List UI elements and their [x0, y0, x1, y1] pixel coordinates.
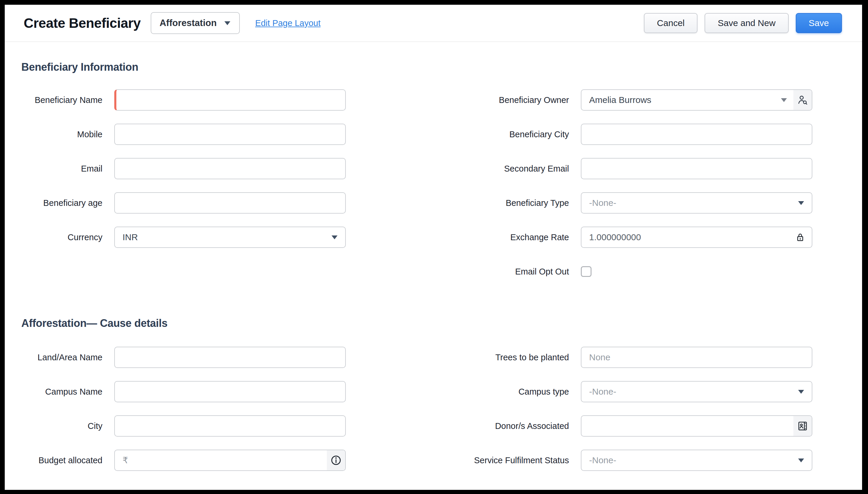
campus-type-select[interactable]: -None-: [581, 381, 812, 402]
field-label: Campus type: [441, 387, 569, 397]
field-row: Beneficiary City: [441, 124, 812, 145]
chevron-down-icon: [224, 21, 230, 25]
beneficiary-age-input[interactable]: [114, 192, 346, 213]
beneficiary-owner-value: Amelia Burrows: [589, 95, 651, 105]
chevron-down-icon: [798, 201, 804, 205]
exchange-rate-input: 1.000000000: [581, 227, 812, 248]
field-label: Exchange Rate: [441, 232, 569, 242]
currency-select[interactable]: INR: [114, 227, 346, 248]
mobile-input[interactable]: [114, 124, 346, 145]
edit-page-layout-link[interactable]: Edit Page Layout: [255, 18, 320, 28]
field-row: Land/Area Name: [21, 347, 346, 368]
beneficiary-type-value: -None-: [589, 198, 616, 208]
owner-lookup-button[interactable]: [793, 90, 812, 110]
field-row: City: [21, 415, 346, 437]
app-window: Create Beneficiary Afforestation Edit Pa…: [0, 0, 868, 494]
chevron-down-icon: [798, 458, 804, 462]
beneficiary-information-section: Beneficiary Name Mobile Email Beneficiar…: [5, 89, 862, 282]
field-label: Service Fulfilment Status: [441, 456, 569, 465]
field-row: Campus type -None-: [441, 381, 812, 402]
field-label: Email: [21, 164, 103, 174]
field-row: Currency INR: [21, 227, 346, 248]
field-row: Email: [21, 158, 346, 179]
field-row: Trees to be planted None: [441, 347, 812, 368]
page-title: Create Beneficiary: [24, 15, 141, 31]
field-label: Beneficiary Name: [21, 95, 103, 105]
field-row: Donor/s Associated: [441, 415, 812, 437]
donors-associated-input[interactable]: [581, 415, 812, 437]
field-label: Donor/s Associated: [441, 421, 569, 431]
user-search-icon: [796, 94, 809, 106]
field-label: Beneficiary Owner: [441, 95, 569, 105]
field-label: City: [21, 421, 103, 431]
city-input[interactable]: [114, 415, 346, 437]
beneficiary-city-input[interactable]: [581, 124, 812, 145]
chevron-down-icon: [798, 390, 804, 394]
exchange-rate-value: 1.000000000: [589, 232, 641, 242]
campus-type-value: -None-: [589, 387, 616, 397]
field-label: Beneficiary age: [21, 198, 103, 208]
field-label: Secondary Email: [441, 164, 569, 174]
cancel-button[interactable]: Cancel: [644, 13, 698, 33]
beneficiary-name-input[interactable]: [114, 89, 346, 111]
trees-to-be-planted-input[interactable]: None: [581, 347, 812, 368]
field-row: Budget allocated ₹: [21, 450, 346, 471]
chevron-down-icon: [781, 98, 787, 102]
field-label: Beneficiary City: [441, 130, 569, 139]
budget-allocated-input[interactable]: ₹: [114, 450, 346, 471]
field-label: Mobile: [21, 130, 103, 139]
field-row: Email Opt Out: [441, 261, 812, 282]
field-row: Mobile: [21, 124, 346, 145]
field-label: Trees to be planted: [441, 353, 569, 362]
field-row: Exchange Rate 1.000000000: [441, 227, 812, 248]
email-input[interactable]: [114, 158, 346, 179]
layout-selector[interactable]: Afforestation: [151, 12, 240, 34]
budget-info-button[interactable]: [327, 450, 345, 470]
field-label: Budget allocated: [21, 456, 103, 465]
layout-selector-value: Afforestation: [160, 18, 217, 28]
beneficiary-type-select[interactable]: -None-: [581, 192, 812, 213]
info-circle-icon: [330, 454, 342, 466]
field-label: Beneficiary Type: [441, 198, 569, 208]
header-actions: Cancel Save and New Save: [644, 13, 842, 33]
beneficiary-owner-select[interactable]: Amelia Burrows: [581, 89, 812, 111]
currency-value: INR: [123, 232, 138, 242]
land-area-name-input[interactable]: [114, 347, 346, 368]
field-label: Email Opt Out: [441, 267, 569, 277]
save-and-new-button[interactable]: Save and New: [705, 13, 788, 33]
field-row: Beneficiary age: [21, 192, 346, 213]
secondary-email-input[interactable]: [581, 158, 812, 179]
contacts-book-icon: [797, 420, 809, 432]
field-row: Campus Name: [21, 381, 346, 402]
campus-name-input[interactable]: [114, 381, 346, 402]
page-header: Create Beneficiary Afforestation Edit Pa…: [5, 5, 862, 42]
field-row: Secondary Email: [441, 158, 812, 179]
field-row: Beneficiary Owner Amelia Burrows: [441, 89, 812, 111]
email-opt-out-checkbox[interactable]: [581, 266, 591, 277]
field-row: Service Fulfilment Status -None-: [441, 450, 812, 471]
section-title-beneficiary-information: Beneficiary Information: [21, 61, 862, 73]
trees-placeholder: None: [589, 352, 610, 362]
field-label: Campus Name: [21, 387, 103, 397]
donor-lookup-button[interactable]: [793, 416, 812, 436]
save-button[interactable]: Save: [796, 13, 842, 33]
field-row: Beneficiary Type -None-: [441, 192, 812, 213]
rupee-symbol: ₹: [123, 455, 128, 465]
lock-icon: [795, 232, 806, 243]
field-row: Beneficiary Name: [21, 89, 346, 111]
chevron-down-icon: [332, 235, 337, 239]
field-label: Currency: [21, 232, 103, 242]
section-title-cause-details: Afforestation— Cause details: [21, 317, 862, 329]
cause-details-section: Land/Area Name Campus Name City Budget a…: [5, 347, 862, 471]
field-label: Land/Area Name: [21, 353, 103, 362]
service-fulfilment-status-select[interactable]: -None-: [581, 450, 812, 471]
service-fulfilment-status-value: -None-: [589, 455, 616, 465]
